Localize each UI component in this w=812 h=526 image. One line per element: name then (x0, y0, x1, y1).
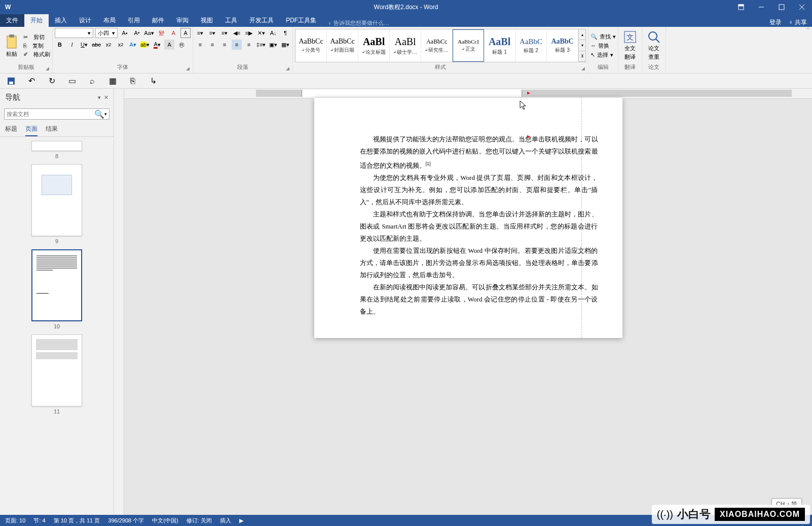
save-button[interactable] (6, 76, 16, 86)
cut-button[interactable]: ✂ 剪切 (23, 33, 50, 41)
text-effects-button[interactable]: A▾ (128, 40, 138, 50)
thumbnail-page-10[interactable] (31, 249, 82, 321)
find-button[interactable]: 🔍查找▾ (590, 33, 616, 41)
increase-indent-button[interactable]: ≡▶ (244, 28, 254, 38)
status-words[interactable]: 396/2908 个字 (108, 517, 144, 524)
launcher-icon[interactable]: ◢ (286, 66, 289, 71)
asian-layout-button[interactable]: ✕▾ (256, 28, 266, 38)
bullets-button[interactable]: ≡▾ (195, 28, 205, 38)
gallery-more[interactable]: ⊻ (579, 51, 585, 62)
search-input[interactable] (7, 111, 94, 117)
horizontal-ruler[interactable] (124, 89, 812, 99)
tab-view[interactable]: 视图 (195, 14, 219, 27)
style-item-1[interactable]: AaBbCc↲封面日期 (327, 29, 358, 62)
minimize-button[interactable] (751, 0, 771, 14)
launcher-icon[interactable]: ◢ (186, 66, 190, 71)
tab-devtools[interactable]: 开发工具 (243, 14, 280, 27)
clear-format-button[interactable]: A (168, 28, 178, 38)
qat-btn-4[interactable]: ▭ (67, 76, 77, 86)
char-border-button[interactable]: A (180, 28, 191, 38)
search-icon[interactable]: 🔍 (94, 109, 104, 119)
highlight-button[interactable]: ab▾ (140, 40, 150, 50)
thumbnail-page-8[interactable] (31, 141, 82, 151)
thumbnail-page-9[interactable] (31, 164, 82, 236)
format-painter-button[interactable]: ✐ 格式刷 (23, 51, 50, 58)
grow-font-button[interactable]: A▴ (120, 28, 130, 38)
tab-layout[interactable]: 布局 (97, 14, 122, 27)
style-gallery[interactable]: AaBbCc↲分类号AaBbCc↲封面日期AaBl↲论文标题AaBl↲硕士学…A… (295, 29, 586, 62)
document-area[interactable]: 视频提供了功能强大的方法帮助您证明您的观点。当您单击联机视频时，可以在想要添加的… (124, 89, 812, 515)
style-item-2[interactable]: AaBl↲论文标题 (358, 29, 390, 62)
shrink-font-button[interactable]: A▾ (132, 28, 142, 38)
status-section[interactable]: 节: 4 (33, 517, 45, 524)
justify-button[interactable]: ≡ (232, 40, 242, 50)
tab-tools[interactable]: 工具 (219, 14, 243, 27)
nav-dropdown-icon[interactable]: ▾ (98, 94, 101, 101)
tab-design[interactable]: 设计 (73, 14, 97, 27)
tab-home[interactable]: 开始 (24, 14, 49, 27)
tell-me-box[interactable]: ♀ 告诉我您想要做什么… (327, 19, 389, 27)
status-language[interactable]: 中文(中国) (152, 517, 178, 524)
maximize-button[interactable] (771, 0, 792, 14)
gallery-up[interactable]: ▴ (579, 29, 585, 40)
nav-tab-pages[interactable]: 页面 (25, 125, 38, 136)
thumbnail-list[interactable]: 8 9 10 11 (0, 137, 114, 515)
italic-button[interactable]: I (67, 40, 77, 50)
launcher-icon[interactable]: ◢ (46, 66, 49, 71)
style-item-0[interactable]: AaBbCc↲分类号 (296, 29, 327, 62)
qat-btn-7[interactable]: ⎘ (128, 76, 138, 86)
font-color-button[interactable]: A▾ (152, 40, 162, 50)
status-page[interactable]: 页面: 10 (5, 517, 25, 524)
tab-mailings[interactable]: 邮件 (146, 14, 170, 27)
font-size-select[interactable]: 小四▾ (95, 28, 118, 38)
strikethrough-button[interactable]: abc (91, 40, 101, 50)
undo-button[interactable]: ↶ (26, 76, 36, 86)
login-link[interactable]: 登录 (769, 18, 782, 27)
superscript-button[interactable]: x2 (116, 40, 126, 50)
tab-pdftools[interactable]: PDF工具集 (280, 14, 322, 27)
gallery-down[interactable]: ▾ (579, 40, 585, 51)
numbering-button[interactable]: ≡▾ (207, 28, 217, 38)
ribbon-display-options-icon[interactable] (731, 0, 751, 14)
thumbnail-page-11[interactable] (31, 334, 82, 406)
redo-button[interactable]: ↻ (47, 76, 57, 86)
qat-btn-6[interactable]: ▦ (107, 76, 118, 86)
align-left-button[interactable]: ≡ (195, 40, 205, 50)
qat-btn-5[interactable]: ⌕ (87, 76, 97, 86)
vertical-ruler[interactable] (114, 89, 124, 515)
qat-btn-8[interactable]: ↳ (148, 76, 158, 86)
paste-button[interactable]: 粘贴 (2, 33, 21, 59)
tab-file[interactable]: 文件 (0, 14, 24, 27)
tab-review[interactable]: 审阅 (170, 14, 195, 27)
style-item-3[interactable]: AaBl↲硕士学… (390, 29, 421, 62)
share-button[interactable]: ♀ 共享 (789, 18, 807, 27)
decrease-indent-button[interactable]: ◀≡ (232, 28, 242, 38)
style-item-4[interactable]: AaBbCc↲研究生… (421, 29, 453, 62)
multilevel-button[interactable]: ≡▾ (219, 28, 230, 38)
distribute-button[interactable]: ≡ (244, 40, 254, 50)
nav-close-icon[interactable]: ✕ (104, 94, 108, 101)
nav-tab-headings[interactable]: 标题 (5, 125, 17, 136)
subscript-button[interactable]: x2 (103, 40, 114, 50)
style-item-6[interactable]: AaBl标题 1 (484, 29, 515, 62)
show-marks-button[interactable]: ¶ (280, 28, 290, 38)
align-right-button[interactable]: ≡ (219, 40, 230, 50)
char-shading-button[interactable]: A (164, 40, 174, 50)
close-button[interactable] (792, 0, 812, 14)
tab-references[interactable]: 引用 (122, 14, 146, 27)
bold-button[interactable]: B (55, 40, 65, 50)
translate-button[interactable]: 文 全文 翻译 (620, 29, 640, 62)
sort-button[interactable]: A↓ (268, 28, 278, 38)
tab-insert[interactable]: 插入 (49, 14, 73, 27)
nav-tab-results[interactable]: 结果 (46, 125, 58, 136)
launcher-icon[interactable]: ◢ (581, 66, 585, 71)
style-item-8[interactable]: AaBbC标题 3 (547, 29, 578, 62)
nav-search-box[interactable]: 🔍▾ (4, 108, 109, 120)
collapse-ribbon-button[interactable]: ⌃ (806, 27, 810, 32)
enclose-char-button[interactable]: ㊕ (176, 40, 187, 50)
copy-button[interactable]: ⎘ 复制 (23, 42, 50, 50)
line-spacing-button[interactable]: ‡≡▾ (256, 40, 266, 50)
style-item-7[interactable]: AaBbC标题 2 (515, 29, 547, 62)
status-mode[interactable]: 插入 (220, 517, 231, 524)
status-track[interactable]: 修订: 关闭 (187, 517, 212, 524)
